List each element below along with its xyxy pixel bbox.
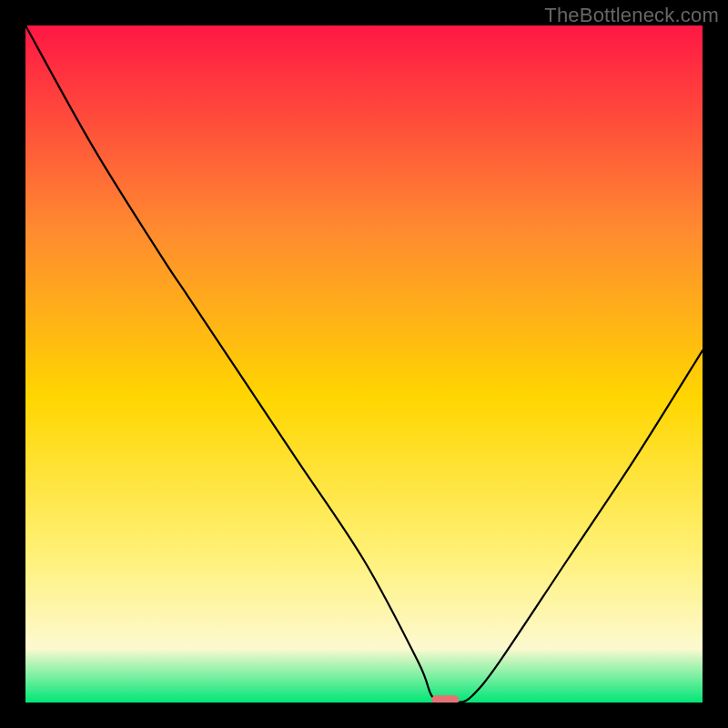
chart-svg xyxy=(25,25,703,703)
chart-frame: TheBottleneck.com xyxy=(0,0,728,728)
optimal-marker xyxy=(431,695,459,703)
gradient-background xyxy=(25,25,703,703)
watermark-label: TheBottleneck.com xyxy=(544,4,719,27)
plot-area xyxy=(25,25,703,703)
